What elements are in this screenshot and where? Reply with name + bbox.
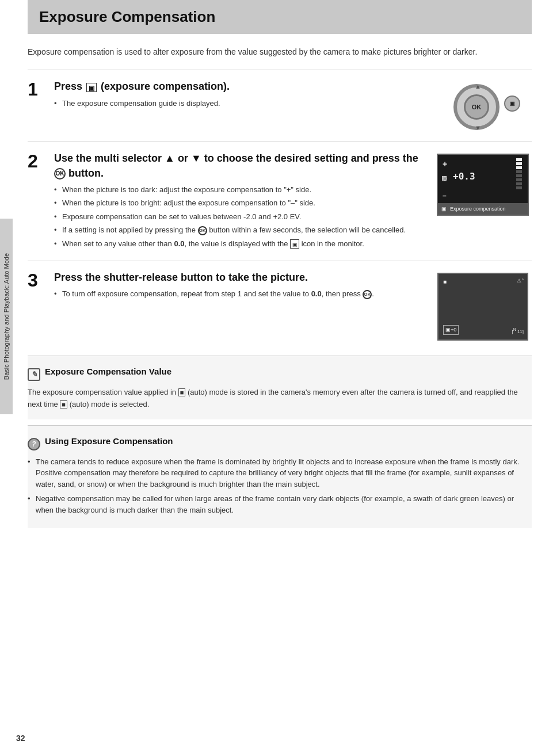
camera-viewfinder: ■ ⚠° ▣+0 [N 11]: [437, 273, 528, 341]
bar-seg-1: [516, 158, 522, 161]
shot-count: [N 11]: [512, 327, 524, 335]
exp-screen-caption: Exposure compensation: [450, 205, 506, 213]
step-3-left: 3 Press the shutter-release button to ta…: [28, 270, 422, 341]
step-2-bullet-5: When set to any value other than 0.0, th…: [54, 238, 422, 250]
camera-controls: OK ▣ ▲ ▼: [445, 82, 520, 132]
intro-text: Exposure compensation is used to alter e…: [28, 45, 532, 58]
step-2-bullet-4: If a setting is not applied by pressing …: [54, 224, 422, 236]
step-2-image: + ▩ +0.3 – ▣ Exposure compensation: [434, 151, 532, 251]
camera-mode-icon: ■: [443, 277, 447, 286]
auto-mode-icon-2: ■: [60, 400, 67, 408]
exp-screen-label: ▣ Exposure compensation: [438, 203, 528, 215]
step-1-content: Press ▣ (exposure compensation). The exp…: [54, 79, 422, 111]
step-3-title: Press the shutter-release button to take…: [54, 270, 422, 285]
note-info-icon: ?: [28, 438, 40, 450]
step-1-title-post: (exposure compensation).: [101, 81, 230, 92]
step-1-title-pre: Press: [54, 81, 85, 92]
step-1-image: OK ▣ ▲ ▼: [434, 79, 532, 132]
flash-icon: ⚠°: [517, 277, 524, 285]
exposure-screen: + ▩ +0.3 – ▣ Exposure compensation: [437, 154, 529, 216]
ok-inline-icon: OK: [198, 226, 207, 235]
bar-seg-6: [516, 178, 522, 181]
step-2-bullet-1: When the picture is too dark: adjust the…: [54, 184, 422, 196]
step-3-number: 3: [28, 270, 45, 291]
exp-button: ▣: [504, 96, 520, 112]
note-2-bullet-1: The camera tends to reduce exposure when…: [28, 456, 532, 490]
note-1-title: Exposure Compensation Value: [45, 365, 171, 379]
step-1-bullet-1: The exposure compensation guide is displ…: [54, 98, 422, 109]
bar-seg-8: [516, 186, 522, 189]
note-pencil-icon: ✎: [28, 368, 40, 381]
exp-button-icon: ▣: [510, 100, 515, 108]
bar-seg-3: [516, 166, 522, 169]
note-2-bullets: The camera tends to reduce exposure when…: [28, 456, 532, 516]
step-2-bullet-3: Exposure compensation can be set to valu…: [54, 211, 422, 223]
note-2-title: Using Exposure Compensation: [45, 435, 173, 448]
step-2-content: Use the multi selector ▲ or ▼ to choose …: [54, 151, 422, 251]
ok-circle-icon: OK: [54, 168, 66, 180]
step-1-number: 1: [28, 79, 45, 100]
bar-seg-5: [516, 174, 522, 177]
step-2-bullets: When the picture is too dark: adjust the…: [54, 184, 422, 250]
step-2: 2 Use the multi selector ▲ or ▼ to choos…: [28, 142, 532, 261]
step-3-bullet-1: To turn off exposure compensation, repea…: [54, 288, 422, 300]
page-title: Exposure Compensation: [39, 6, 520, 28]
step-3: 3 Press the shutter-release button to ta…: [28, 261, 532, 350]
step-2-number: 2: [28, 151, 45, 171]
step-1-left: 1 Press ▣ (exposure compensation). The e…: [28, 79, 422, 132]
step-1-title: Press ▣ (exposure compensation).: [54, 79, 422, 94]
note-2: ? Using Exposure Compensation The camera…: [28, 425, 532, 528]
page-number: 32: [16, 732, 25, 744]
step-2-bullet-2: When the picture is too bright: adjust t…: [54, 197, 422, 209]
note-1-text: The exposure compensation value applied …: [28, 387, 532, 411]
auto-mode-icon: ■: [178, 388, 186, 396]
step-1: 1 Press ▣ (exposure compensation). The e…: [28, 70, 532, 142]
bar-seg-4: [516, 170, 522, 173]
sidebar-tab: Basic Photography and Playback: Auto Mod…: [0, 219, 13, 414]
step-2-title: Use the multi selector ▲ or ▼ to choose …: [54, 151, 422, 180]
step-2-left: 2 Use the multi selector ▲ or ▼ to choos…: [28, 151, 422, 251]
frame-indicator: [N 11]: [512, 327, 524, 335]
title-bar: Exposure Compensation: [28, 0, 532, 34]
step-3-image: ■ ⚠° ▣+0 [N 11]: [434, 270, 532, 341]
note-2-bullet-2: Negative compensation may be called for …: [28, 493, 532, 516]
step-1-bullets: The exposure compensation guide is displ…: [54, 98, 422, 109]
exposure-compensation-icon: ▣: [86, 83, 97, 92]
bar-seg-7: [516, 182, 522, 185]
ok-inline-icon-2: OK: [363, 290, 372, 299]
bar-seg-2: [516, 162, 522, 165]
exp-bar: [516, 158, 522, 189]
step-3-content: Press the shutter-release button to take…: [54, 270, 422, 302]
minus-indicator: –: [443, 190, 447, 201]
up-arrow-indicator: ▲: [475, 82, 481, 91]
camera-icon-left: ▩: [441, 173, 447, 183]
exposure-indicator: ▣+0: [443, 325, 459, 335]
plus-indicator: +: [443, 158, 447, 170]
exp-value-display: +0.3: [453, 170, 475, 184]
exp-icon-bottom: ▣: [441, 205, 447, 213]
sidebar-label: Basic Photography and Playback: Auto Mod…: [2, 253, 12, 380]
note-1: ✎ Exposure Compensation Value The exposu…: [28, 356, 532, 419]
exp-inline-icon: ▣: [290, 239, 299, 249]
main-content: Exposure Compensation Exposure compensat…: [16, 0, 549, 551]
step-3-bullets: To turn off exposure compensation, repea…: [54, 288, 422, 300]
down-arrow-indicator: ▼: [475, 123, 481, 133]
